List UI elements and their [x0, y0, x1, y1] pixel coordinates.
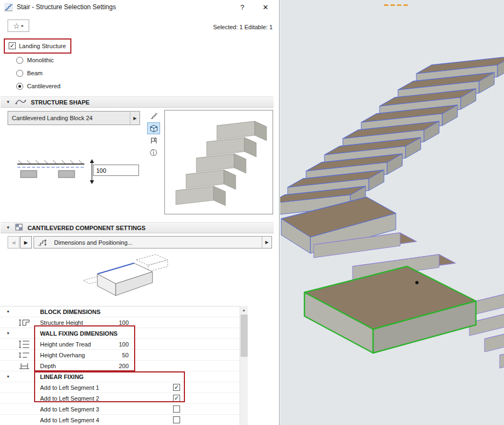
structure-shape-dropdown[interactable]: Cantilevered Landing Block 24 ▶	[8, 111, 140, 125]
scrollbar-thumb[interactable]	[241, 315, 248, 357]
row-label: Depth	[40, 363, 56, 369]
row-label: LINEAR FIXING	[40, 374, 84, 380]
section-title: CANTILEVERED COMPONENT SETTINGS	[28, 225, 145, 231]
dropdown-arrow-icon: ▶	[130, 112, 140, 125]
nav-forward-button[interactable]: ▶	[20, 236, 32, 249]
model-view-button[interactable]	[147, 122, 160, 134]
structure-shape-section-header[interactable]: ▼ STRUCTURE SHAPE	[1, 96, 274, 108]
collapse-triangle-icon[interactable]: ▼	[6, 225, 10, 230]
concrete-steps-preview	[165, 110, 273, 214]
window-title-bar: Stair - Structure Selection Settings ? ✕	[0, 0, 279, 14]
height-overhang-icon	[16, 351, 40, 359]
structure-preview-image	[164, 110, 273, 214]
model-point	[415, 281, 419, 284]
radio-cantilevered[interactable]: Cantilevered	[16, 82, 61, 90]
favorites-button[interactable]: ☆ ▸	[8, 19, 29, 32]
table-row[interactable]: ▼BLOCK DIMENSIONS	[0, 306, 240, 317]
stair-settings-dialog: Stair - Structure Selection Settings ? ✕…	[0, 0, 280, 425]
radio-monolithic[interactable]: Monolithic	[16, 56, 54, 64]
section-view-button[interactable]	[147, 135, 160, 147]
selected-info: Selected: 1 Editable: 1	[213, 24, 273, 30]
scroll-up-button[interactable]: ▲	[240, 306, 248, 314]
row-checkbox[interactable]: ✓	[173, 395, 180, 402]
component-settings-section-header[interactable]: ▼ CANTILEVERED COMPONENT SETTINGS	[1, 222, 274, 233]
collapse-triangle-icon[interactable]: ▼	[0, 310, 16, 313]
height-under-tread-icon	[16, 340, 40, 349]
tab-marker	[384, 4, 408, 6]
row-label: Height under Tread	[40, 341, 91, 348]
table-row[interactable]: Height Overhang50	[0, 350, 240, 361]
section-title: STRUCTURE SHAPE	[31, 99, 90, 106]
table-row[interactable]: Add to Left Segment 4	[0, 415, 240, 425]
shape-icon	[15, 99, 26, 106]
dimensions-positioning-dropdown[interactable]: Dimensions and Positioning... ▶	[34, 236, 272, 249]
close-button[interactable]: ✕	[254, 0, 277, 14]
table-row[interactable]: Add to Left Segment 2✓	[0, 393, 240, 404]
stair-3d-model[interactable]	[280, 0, 504, 425]
landing-structure-checkbox[interactable]: ✓	[9, 42, 16, 49]
info-button[interactable]: ⓘ	[147, 147, 160, 159]
landing-structure-label: Landing Structure	[19, 43, 66, 49]
row-checkbox[interactable]: ✓	[173, 384, 180, 391]
favorites-arrow-icon: ▸	[22, 23, 24, 28]
row-value[interactable]: 200	[91, 363, 129, 369]
row-checkbox[interactable]	[173, 416, 180, 423]
help-button[interactable]: ?	[233, 0, 252, 14]
radio-label: Monolithic	[27, 57, 54, 63]
table-row[interactable]: ▼WALL FIXING DIMENSIONS	[0, 328, 240, 339]
row-value[interactable]: 100	[91, 341, 129, 348]
row-label: Add to Left Segment 4	[40, 417, 99, 423]
row-label: Add to Left Segment 1	[40, 384, 99, 391]
row-label: BLOCK DIMENSIONS	[40, 309, 101, 315]
collapse-triangle-icon[interactable]: ▼	[6, 100, 10, 104]
row-checkbox[interactable]	[173, 406, 180, 413]
3d-viewport[interactable]	[280, 0, 504, 425]
window-title: Stair - Structure Selection Settings	[17, 3, 116, 11]
table-row[interactable]: Height under Tread100	[0, 339, 240, 350]
dimensions-icon	[37, 239, 47, 246]
settings-table: ▼BLOCK DIMENSIONSStructure Height100▼WAL…	[0, 306, 240, 425]
radio-label: Cantilevered	[27, 83, 61, 89]
radio-button[interactable]	[16, 83, 23, 90]
radio-label: Beam	[27, 70, 43, 76]
collapse-triangle-icon[interactable]: ▼	[0, 331, 16, 335]
row-label: WALL FIXING DIMENSIONS	[40, 330, 117, 337]
structure-height-icon	[16, 318, 40, 327]
offset-input[interactable]	[93, 165, 139, 176]
cantilever-block-diagram	[76, 252, 178, 302]
row-value[interactable]: 50	[91, 352, 129, 358]
row-label: Add to Left Segment 3	[40, 406, 99, 413]
plan-view-button[interactable]	[147, 110, 160, 122]
table-scrollbar[interactable]: ▲	[240, 306, 248, 425]
row-label: Height Overhang	[40, 352, 85, 358]
table-row[interactable]: ▼LINEAR FIXING	[0, 371, 240, 382]
stair-app-icon	[4, 3, 13, 11]
row-label: Structure Height	[40, 319, 83, 326]
table-row[interactable]: Add to Left Segment 3	[0, 404, 240, 415]
dropdown-value: Dimensions and Positioning...	[50, 239, 258, 246]
landing-structure-row[interactable]: ✓ Landing Structure	[9, 42, 66, 49]
nav-back-button[interactable]: ◀	[8, 236, 19, 249]
collapse-triangle-icon[interactable]: ▼	[0, 375, 16, 378]
dropdown-arrow-icon: ▶	[262, 237, 271, 248]
table-row[interactable]: Depth200	[0, 361, 240, 371]
depth-icon	[16, 362, 40, 370]
row-value[interactable]: 100	[91, 319, 129, 326]
fixing-diagram	[15, 159, 102, 185]
component-icon	[15, 224, 23, 232]
radio-button[interactable]	[16, 70, 23, 77]
dropdown-value: Cantilevered Landing Block 24	[8, 115, 130, 121]
row-label: Add to Left Segment 2	[40, 395, 99, 402]
radio-beam[interactable]: Beam	[16, 69, 43, 77]
radio-button[interactable]	[16, 57, 23, 64]
star-icon: ☆	[13, 22, 20, 30]
table-row[interactable]: Add to Left Segment 1✓	[0, 382, 240, 393]
table-row[interactable]: Structure Height100	[0, 317, 240, 328]
